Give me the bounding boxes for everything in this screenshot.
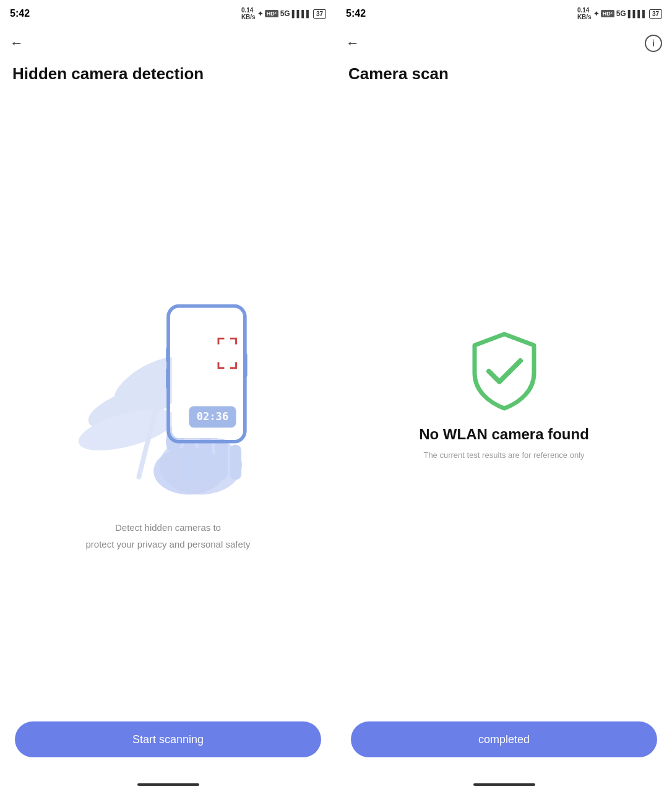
home-indicator-2 (336, 777, 672, 792)
svg-rect-15 (166, 347, 170, 362)
page-title-2: Camera scan (336, 59, 672, 93)
hd-icon-1: HD² (265, 10, 278, 17)
shield-container: No WLAN camera found The current test re… (419, 327, 589, 460)
nav-bar-2: ← i (336, 27, 672, 59)
nav-bar-1: ← (0, 27, 336, 59)
bluetooth-icon-1: ✦ (257, 10, 263, 18)
back-button-2[interactable]: ← (346, 35, 360, 51)
info-button[interactable]: i (645, 35, 662, 52)
5g-icon-1: 5G (280, 9, 290, 18)
start-scanning-button[interactable]: Start scanning (15, 721, 321, 757)
signal-icon-1: ▌▌▌▌ (292, 10, 311, 17)
status-icons-1: 0.14KB/s ✦ HD² 5G ▌▌▌▌ 37 (241, 7, 326, 20)
signal-icon-2: ▌▌▌▌ (628, 10, 647, 17)
5g-icon-2: 5G (616, 9, 626, 18)
svg-rect-17 (243, 353, 247, 376)
svg-rect-8 (215, 439, 228, 480)
svg-rect-6 (183, 441, 196, 483)
home-bar-2 (473, 783, 535, 786)
description-area: Detect hidden cameras to protect your pr… (86, 519, 251, 553)
content-2: No WLAN camera found The current test re… (336, 93, 672, 712)
content-1: 02:36 Detect hidden cameras to protect y… (0, 93, 336, 712)
data-speed-2: 0.14KB/s (577, 7, 592, 20)
svg-text:02:36: 02:36 (196, 410, 228, 423)
page-title-1: Hidden camera detection (0, 59, 336, 93)
bluetooth-icon-2: ✦ (593, 10, 599, 18)
svg-rect-9 (230, 444, 241, 480)
screen-camera-scan: 5:42 0.14KB/s ✦ HD² 5G ▌▌▌▌ 37 ← i Camer… (336, 0, 672, 792)
bottom-area-2: completed (336, 712, 672, 777)
status-bar-1: 5:42 0.14KB/s ✦ HD² 5G ▌▌▌▌ 37 (0, 0, 336, 27)
result-title: No WLAN camera found (419, 426, 589, 443)
status-bar-2: 5:42 0.14KB/s ✦ HD² 5G ▌▌▌▌ 37 (336, 0, 672, 27)
description-line2: protect your privacy and personal safety (86, 536, 251, 553)
description-line1: Detect hidden cameras to (86, 519, 251, 536)
screen-hidden-camera: 5:42 0.14KB/s ✦ HD² 5G ▌▌▌▌ 37 ← Hidden … (0, 0, 336, 792)
battery-icon-1: 37 (313, 9, 326, 19)
home-bar-1 (137, 783, 199, 786)
bottom-area-1: Start scanning (0, 712, 336, 777)
hd-icon-2: HD² (601, 10, 614, 17)
data-speed-1: 0.14KB/s (241, 7, 256, 20)
home-indicator-1 (0, 777, 336, 792)
back-button-1[interactable]: ← (10, 35, 24, 51)
status-time-2: 5:42 (346, 8, 366, 19)
shield-icon (461, 327, 548, 413)
status-time-1: 5:42 (10, 8, 30, 19)
phone-hand-illustration: 02:36 (75, 253, 261, 501)
status-icons-2: 0.14KB/s ✦ HD² 5G ▌▌▌▌ 37 (577, 7, 662, 20)
completed-button[interactable]: completed (351, 721, 657, 757)
battery-icon-2: 37 (649, 9, 662, 19)
svg-rect-16 (166, 368, 170, 388)
result-subtitle: The current test results are for referen… (423, 450, 584, 460)
